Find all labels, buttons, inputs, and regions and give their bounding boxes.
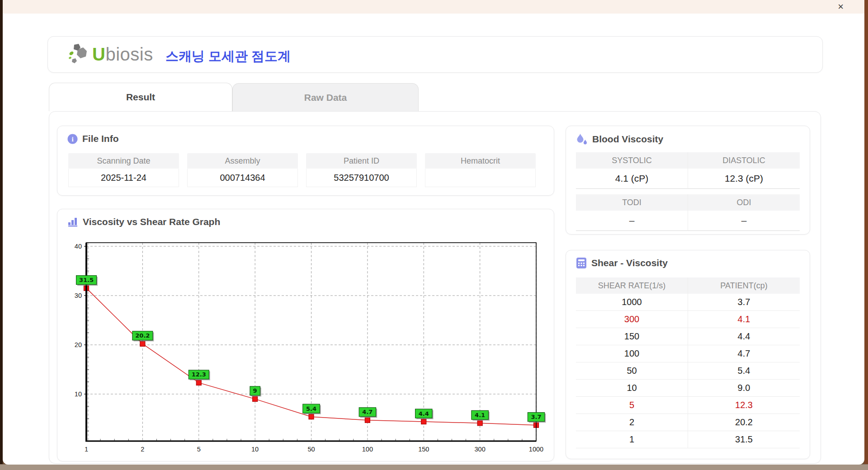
shear-rate-cell: 50: [576, 362, 688, 380]
patient-viscosity-cell: 9.0: [688, 380, 800, 397]
shear-rate-cell: 2: [576, 414, 688, 431]
tab-result[interactable]: Result: [49, 83, 232, 111]
x-axis-tick-label: 1000: [529, 446, 543, 453]
shear-viscosity-card: Shear - Viscosity SHEAR RATE(1/s)PATIENT…: [566, 250, 810, 459]
table-row: 131.5: [576, 431, 800, 448]
file-info-field: Patient ID53257910700: [306, 153, 417, 187]
file-info-grid: Scanning Date2025-11-24Assembly000714364…: [68, 153, 536, 187]
info-icon: i: [67, 134, 78, 144]
viscosity-shear-rate-chart: 31.520.212.395.44.74.44.13.7102030401251…: [57, 209, 554, 461]
column-header: SYSTOLIC: [576, 152, 688, 169]
data-point-marker: [140, 341, 145, 346]
field-label: Scanning Date: [68, 153, 179, 169]
value-cell: –: [688, 211, 800, 231]
logo: Ubiosis: [68, 43, 153, 66]
header-row: SHEAR RATE(1/s)PATIENT(cp): [576, 277, 800, 294]
blood-viscosity-table: SYSTOLICDIASTOLIC4.1 (cP)12.3 (cP)TODIOD…: [576, 152, 800, 231]
table-row: 10003.7: [576, 294, 800, 311]
patient-viscosity-cell: 20.2: [688, 414, 800, 431]
desktop-edge-right: [864, 0, 868, 470]
data-point-label: 9: [253, 387, 257, 394]
x-axis-tick-label: 150: [418, 446, 429, 453]
data-point-marker: [309, 414, 314, 419]
y-axis-tick-label: 20: [75, 341, 82, 348]
field-value: 000714364: [187, 169, 298, 187]
data-point-marker: [196, 380, 201, 385]
data-point-marker: [477, 421, 482, 426]
value-cell: –: [576, 211, 688, 231]
y-axis-tick-label: 40: [75, 243, 82, 250]
file-info-field: Hematocrit: [425, 153, 536, 187]
file-info-field: Scanning Date2025-11-24: [68, 153, 179, 187]
x-axis-tick-label: 5: [197, 446, 201, 453]
close-icon[interactable]: ×: [838, 1, 844, 13]
blood-viscosity-title: Blood Viscosity: [592, 134, 663, 145]
value-row: 4.1 (cP)12.3 (cP): [576, 169, 800, 189]
column-header: TODI: [576, 194, 688, 211]
column-header: DIASTOLIC: [688, 152, 800, 169]
data-point-label: 5.4: [306, 405, 316, 412]
data-point-label: 12.3: [192, 371, 206, 378]
data-point-label: 4.1: [475, 412, 485, 418]
droplet-icon: [576, 133, 588, 145]
field-value: 2025-11-24: [68, 169, 179, 187]
shear-rate-cell: 10: [576, 380, 688, 397]
calculator-icon: [576, 258, 587, 268]
column-header: PATIENT(cp): [688, 277, 800, 294]
patient-viscosity-cell: 31.5: [688, 431, 800, 448]
patient-viscosity-cell: 5.4: [688, 362, 800, 380]
x-axis-tick-label: 10: [251, 446, 259, 453]
data-point-marker: [253, 396, 258, 401]
app-title: 스캐닝 모세관 점도계: [165, 47, 291, 66]
data-point-label: 3.7: [531, 414, 541, 420]
data-point-label: 31.5: [79, 277, 94, 283]
data-point-label: 4.4: [419, 410, 429, 417]
shear-rate-cell: 300: [576, 311, 688, 328]
table-row: 1504.4: [576, 328, 800, 345]
shear-rate-cell: 150: [576, 328, 688, 345]
field-label: Assembly: [187, 153, 298, 169]
data-point-label: 20.2: [135, 332, 150, 339]
screen: { "window": { "close_label": "×" }, "hea…: [0, 0, 868, 470]
shear-viscosity-table: SHEAR RATE(1/s)PATIENT(cp)10003.73004.11…: [576, 277, 800, 448]
value-cell: 4.1 (cP): [576, 169, 688, 189]
table-row: 3004.1: [576, 311, 800, 328]
x-axis-tick-label: 2: [141, 446, 144, 453]
table-row: 505.4: [576, 362, 800, 380]
data-point-marker: [365, 418, 370, 423]
value-cell: 12.3 (cP): [688, 169, 800, 189]
patient-viscosity-cell: 4.7: [688, 345, 800, 362]
data-point-marker: [421, 419, 426, 424]
y-axis-tick-label: 30: [75, 292, 82, 299]
graph-card: Viscosity vs Shear Rate Graph 31.520.212…: [57, 209, 554, 461]
shear-viscosity-title: Shear - Viscosity: [591, 258, 668, 268]
x-axis-tick-label: 100: [362, 446, 373, 453]
table-row: 512.3: [576, 397, 800, 414]
field-value: [425, 169, 536, 187]
field-label: Patient ID: [306, 153, 417, 169]
tab-raw-data[interactable]: Raw Data: [232, 83, 419, 112]
y-axis-tick-label: 10: [75, 390, 82, 398]
x-axis-tick-label: 50: [307, 446, 315, 453]
x-axis-tick-label: 300: [475, 446, 486, 453]
shear-rate-cell: 100: [576, 345, 688, 362]
field-label: Hematocrit: [425, 153, 536, 169]
header-row: SYSTOLICDIASTOLIC: [576, 152, 800, 169]
file-info-title: File Info: [82, 133, 119, 144]
header-card: Ubiosis 스캐닝 모세관 점도계: [47, 36, 823, 73]
logo-text: Ubiosis: [92, 44, 153, 65]
desktop-edge-bottom: [0, 464, 868, 470]
column-header: ODI: [688, 194, 800, 211]
window-titlebar: ×: [3, 0, 864, 14]
patient-viscosity-cell: 3.7: [688, 294, 800, 311]
table-row: 109.0: [576, 380, 800, 397]
shear-rate-cell: 5: [576, 397, 688, 414]
patient-viscosity-cell: 12.3: [688, 397, 800, 414]
table-group-gap: [576, 189, 800, 194]
header-row: TODIODI: [576, 194, 800, 211]
patient-viscosity-cell: 4.4: [688, 328, 800, 345]
file-info-card: i File Info Scanning Date2025-11-24Assem…: [57, 126, 554, 196]
data-point-label: 4.7: [362, 409, 373, 415]
value-row: ––: [576, 211, 800, 231]
field-value: 53257910700: [306, 169, 417, 187]
